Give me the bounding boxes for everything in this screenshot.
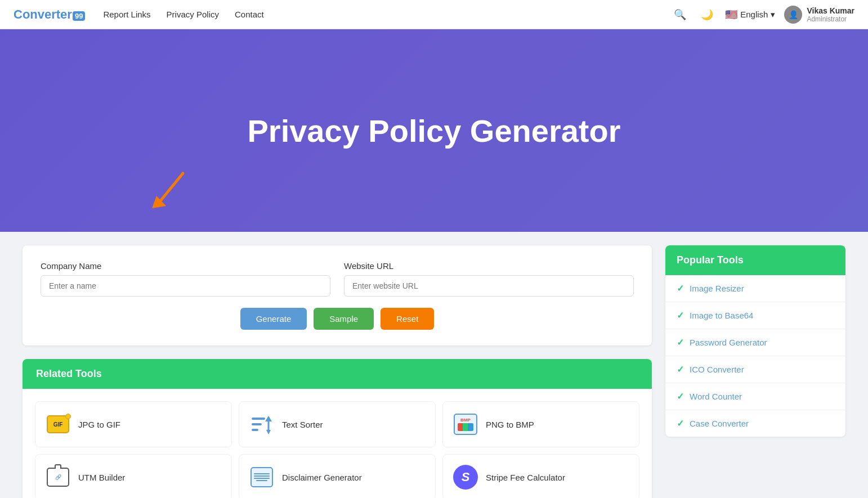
list-item[interactable]: ✓ ICO Converter	[665, 356, 845, 383]
language-flag: 🇺🇸	[725, 8, 737, 21]
popular-tool-name: ICO Converter	[690, 365, 744, 374]
popular-tool-name: Word Counter	[690, 392, 742, 401]
popular-tool-name: Image Resizer	[690, 284, 744, 293]
list-item[interactable]: Text Sorter	[239, 401, 436, 447]
list-item[interactable]: ✓ Image Resizer	[665, 275, 845, 302]
tool-name-utm-builder: UTM Builder	[78, 473, 125, 482]
language-selector[interactable]: 🇺🇸 English ▾	[725, 8, 775, 21]
language-label: English	[740, 10, 768, 19]
list-item[interactable]: Disclaimer Generator	[239, 454, 436, 498]
reset-button[interactable]: Reset	[381, 308, 434, 330]
list-item[interactable]: GIF JPG to GIF	[35, 401, 232, 447]
chevron-down-icon: ▾	[771, 10, 775, 20]
navbar-links: Report Links Privacy Policy Contact	[103, 10, 671, 19]
tool-name-stripe-fee-calculator: Stripe Fee Calculator	[486, 473, 565, 482]
sample-button[interactable]: Sample	[314, 308, 374, 330]
list-item[interactable]: ✓ Image to Base64	[665, 302, 845, 329]
svg-rect-3	[252, 423, 262, 425]
related-tools-header: Related Tools	[23, 359, 652, 389]
site-logo[interactable]: Converter99	[14, 7, 85, 22]
company-name-input[interactable]	[41, 275, 330, 297]
tool-name-disclaimer-generator: Disclaimer Generator	[282, 473, 362, 482]
tool-name-png-bmp: PNG to BMP	[486, 420, 534, 429]
hero-section: Privacy Policy Generator	[0, 29, 868, 232]
company-name-group: Company Name	[41, 261, 330, 297]
form-card: Company Name Website URL Generate Sample…	[23, 245, 652, 346]
logo-badge: 99	[73, 11, 85, 21]
tools-grid: GIF JPG to GIF	[23, 389, 652, 498]
generate-button[interactable]: Generate	[240, 308, 307, 330]
list-item[interactable]: S Stripe Fee Calculator	[442, 454, 639, 498]
svg-line-0	[158, 173, 183, 204]
form-row: Company Name Website URL	[41, 261, 634, 297]
user-info: Vikas Kumar Administrator	[807, 6, 854, 23]
popular-tool-name: Case Converter	[690, 419, 749, 428]
page-title: Privacy Policy Generator	[247, 113, 620, 149]
list-item[interactable]: BMP PNG to BMP	[442, 401, 639, 447]
right-column: Popular Tools ✓ Image Resizer ✓ Image to…	[665, 245, 845, 498]
list-item[interactable]: ✓ Case Converter	[665, 410, 845, 437]
search-icon[interactable]: 🔍	[671, 6, 689, 24]
stripe-icon: S	[452, 464, 479, 491]
list-item[interactable]: ✓ Password Generator	[665, 329, 845, 356]
list-item[interactable]: 🔗 UTM Builder	[35, 454, 232, 498]
check-icon: ✓	[677, 310, 684, 321]
bmp-icon: BMP	[452, 411, 479, 438]
tool-name-text-sorter: Text Sorter	[282, 420, 323, 429]
nav-contact[interactable]: Contact	[235, 10, 264, 19]
form-actions: Generate Sample Reset	[41, 308, 634, 330]
popular-tools-header: Popular Tools	[665, 245, 845, 275]
website-url-group: Website URL	[344, 261, 634, 297]
svg-marker-7	[266, 430, 271, 434]
left-column: Company Name Website URL Generate Sample…	[23, 245, 652, 498]
sort-icon	[248, 411, 275, 438]
website-url-input[interactable]	[344, 275, 634, 297]
arrow-indicator	[146, 168, 191, 215]
svg-rect-4	[252, 429, 258, 431]
check-icon: ✓	[677, 283, 684, 294]
website-url-label: Website URL	[344, 261, 634, 271]
check-icon: ✓	[677, 364, 684, 375]
avatar: 👤	[784, 6, 802, 24]
nav-privacy-policy[interactable]: Privacy Policy	[167, 10, 219, 19]
list-item[interactable]: ✓ Word Counter	[665, 383, 845, 410]
tool-name-jpg-gif: JPG to GIF	[78, 420, 120, 429]
check-icon: ✓	[677, 418, 684, 429]
gif-icon: GIF	[44, 411, 71, 438]
popular-tool-name: Image to Base64	[690, 311, 753, 320]
svg-rect-2	[252, 418, 265, 420]
logo-text: Converter	[14, 7, 72, 21]
navbar-right: 🔍 🌙 🇺🇸 English ▾ 👤 Vikas Kumar Administr…	[671, 6, 854, 24]
user-role: Administrator	[807, 15, 854, 23]
related-tools-card: Related Tools GIF JPG to GIF	[23, 359, 652, 498]
navbar: Converter99 Report Links Privacy Policy …	[0, 0, 868, 29]
popular-tool-name: Password Generator	[690, 338, 767, 347]
check-icon: ✓	[677, 337, 684, 348]
company-name-label: Company Name	[41, 261, 330, 271]
disclaimer-icon	[248, 464, 275, 491]
svg-marker-5	[265, 416, 272, 421]
check-icon: ✓	[677, 391, 684, 402]
main-content: Company Name Website URL Generate Sample…	[0, 232, 868, 498]
nav-report-links[interactable]: Report Links	[103, 10, 150, 19]
username: Vikas Kumar	[807, 6, 854, 15]
utm-icon: 🔗	[44, 464, 71, 491]
user-menu[interactable]: 👤 Vikas Kumar Administrator	[784, 6, 854, 24]
popular-tools-card: Popular Tools ✓ Image Resizer ✓ Image to…	[665, 245, 845, 437]
dark-mode-icon[interactable]: 🌙	[698, 6, 716, 24]
